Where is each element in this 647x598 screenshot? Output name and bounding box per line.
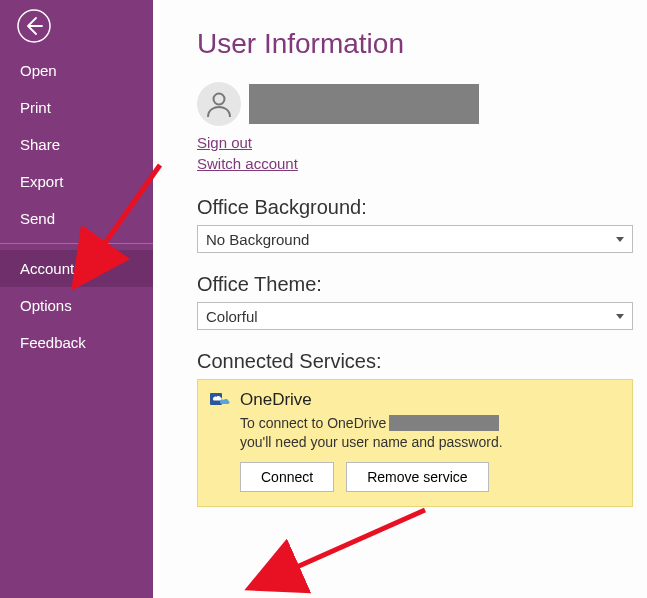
sidebar-item-label: Export [20, 173, 63, 190]
svg-point-1 [214, 94, 225, 105]
sidebar-item-options[interactable]: Options [0, 287, 153, 324]
remove-service-button[interactable]: Remove service [346, 462, 488, 492]
redacted-block [389, 415, 499, 431]
sidebar-item-share[interactable]: Share [0, 126, 153, 163]
sidebar-item-feedback[interactable]: Feedback [0, 324, 153, 361]
office-background-heading: Office Background: [197, 196, 637, 219]
back-arrow-icon [16, 8, 52, 44]
switch-account-link[interactable]: Switch account [197, 155, 298, 172]
office-background-value: No Background [206, 231, 309, 248]
sidebar-divider [0, 243, 153, 244]
service-description: To connect to OneDriveyou'll need your u… [240, 414, 620, 452]
backstage-sidebar: Open Print Share Export Send Account Opt… [0, 0, 153, 598]
sidebar-item-account[interactable]: Account [0, 250, 153, 287]
sign-out-link[interactable]: Sign out [197, 134, 252, 151]
office-theme-heading: Office Theme: [197, 273, 637, 296]
office-theme-value: Colorful [206, 308, 258, 325]
user-name-redacted [249, 84, 479, 124]
sidebar-item-print[interactable]: Print [0, 89, 153, 126]
connect-button[interactable]: Connect [240, 462, 334, 492]
connected-service-onedrive: OneDrive To connect to OneDriveyou'll ne… [197, 379, 633, 507]
chevron-down-icon [616, 237, 624, 242]
user-info-row [197, 82, 637, 126]
service-name: OneDrive [240, 390, 312, 410]
sidebar-item-send[interactable]: Send [0, 200, 153, 237]
sidebar-item-label: Feedback [20, 334, 86, 351]
office-background-select[interactable]: No Background [197, 225, 633, 253]
sidebar-item-label: Send [20, 210, 55, 227]
sidebar-item-label: Print [20, 99, 51, 116]
onedrive-icon [210, 390, 230, 410]
account-panel: User Information Sign out Switch account… [153, 0, 647, 598]
connected-services-heading: Connected Services: [197, 350, 637, 373]
chevron-down-icon [616, 314, 624, 319]
page-title: User Information [197, 28, 637, 60]
sidebar-item-label: Account [20, 260, 74, 277]
avatar [197, 82, 241, 126]
sidebar-item-open[interactable]: Open [0, 52, 153, 89]
office-theme-select[interactable]: Colorful [197, 302, 633, 330]
sidebar-item-label: Share [20, 136, 60, 153]
back-button[interactable] [14, 6, 54, 46]
sidebar-item-label: Open [20, 62, 57, 79]
sidebar-item-export[interactable]: Export [0, 163, 153, 200]
person-icon [204, 89, 234, 119]
sidebar-item-label: Options [20, 297, 72, 314]
